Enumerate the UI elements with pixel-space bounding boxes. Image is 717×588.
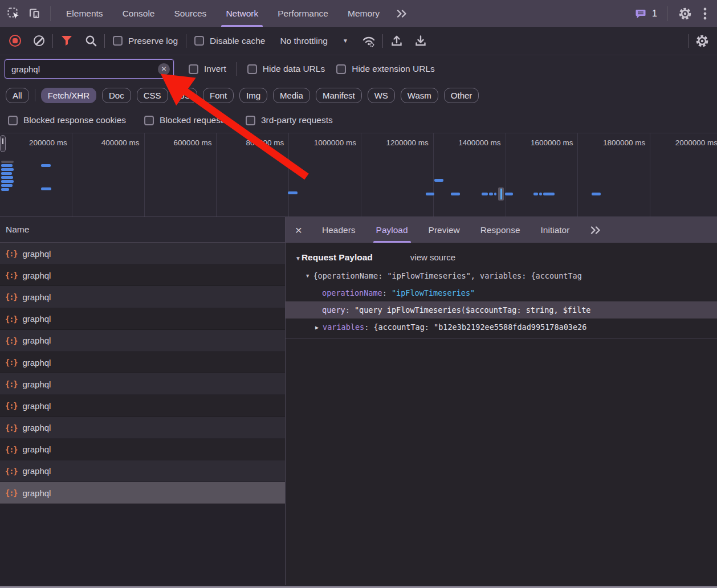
toolbar-divider [186, 34, 186, 48]
request-row[interactable]: {:}graphql [0, 439, 285, 460]
type-chip-fetch-xhr[interactable]: Fetch/XHR [41, 88, 96, 103]
detail-tab-initiator[interactable]: Initiator [531, 217, 580, 243]
tabbar-right-divider [667, 6, 668, 21]
type-chip-font[interactable]: Font [203, 88, 234, 103]
network-conditions-button[interactable] [358, 31, 379, 51]
disable-cache-label: Disable cache [210, 36, 265, 46]
payload-entry-operationName[interactable]: operationName: "ipFlowTimeseries" [286, 284, 717, 301]
download-icon [415, 35, 426, 47]
request-row[interactable]: {:}graphql [0, 264, 285, 286]
request-row[interactable]: {:}graphql [0, 417, 285, 439]
export-har-button[interactable] [410, 31, 431, 51]
tab-elements[interactable]: Elements [56, 0, 113, 27]
request-payload-section[interactable]: ▼ Request Payload view source [286, 243, 717, 267]
blocked-response-cookies-checkbox[interactable] [8, 116, 18, 125]
network-settings-button[interactable] [692, 31, 712, 51]
menu-button[interactable] [698, 3, 712, 24]
filter-input[interactable]: graphql ✕ [5, 59, 174, 79]
name-column-header[interactable]: Name [0, 217, 285, 243]
blocked-requests-label: Blocked requests [160, 115, 227, 125]
more-tabs-button[interactable] [389, 0, 414, 27]
timeline-request-bar [592, 193, 601, 195]
payload-root-line[interactable]: ▼{operationName: "ipFlowTimeseries", var… [286, 267, 717, 284]
issues-button[interactable] [633, 3, 649, 24]
third-party-requests-checkbox[interactable] [246, 116, 255, 125]
timeline-resize-handle[interactable] [0, 135, 6, 152]
request-name: graphql [22, 379, 51, 389]
record-network-log-button[interactable] [5, 31, 25, 51]
collapse-triangle-icon[interactable]: ▼ [306, 273, 309, 279]
request-name: graphql [22, 401, 51, 411]
type-chip-img[interactable]: Img [239, 88, 267, 103]
tab-memory[interactable]: Memory [338, 0, 389, 27]
detail-tab-preview[interactable]: Preview [418, 217, 470, 243]
close-detail-button[interactable]: × [286, 217, 312, 243]
tab-sources[interactable]: Sources [165, 0, 217, 27]
json-braces-icon: {:} [5, 423, 17, 432]
request-row[interactable]: {:}graphql [0, 243, 285, 264]
throttling-select[interactable]: No throttling ▼ [273, 36, 355, 46]
payload-entry-query[interactable]: query: "query ipFlowTimeseries($accountT… [286, 301, 717, 318]
type-chip-ws[interactable]: WS [368, 88, 395, 103]
toolbar-divider [52, 34, 53, 48]
requests-panel: Name {:}graphql{:}graphql{:}graphql{:}gr… [0, 217, 285, 585]
json-braces-icon: {:} [5, 271, 17, 280]
json-key: operationName [322, 288, 382, 297]
request-row[interactable]: {:}graphql [0, 460, 285, 482]
network-overview-timeline[interactable]: 200000 ms400000 ms600000 ms800000 ms1000… [0, 133, 717, 217]
type-chip-other[interactable]: Other [444, 88, 479, 103]
detail-tab-response[interactable]: Response [470, 217, 531, 243]
timeline-column: 800000 ms [217, 133, 289, 217]
settings-button[interactable] [675, 3, 695, 24]
json-braces-icon: {:} [5, 336, 17, 345]
filter-row: graphql ✕ Invert Hide data URLs Hide ext… [0, 55, 717, 83]
payload-pane: ▼ Request Payload view source ▼{operatio… [286, 243, 717, 585]
inspect-element-button[interactable] [3, 3, 24, 24]
type-chip-js[interactable]: JS [174, 88, 198, 103]
request-row[interactable]: {:}graphql [0, 308, 285, 330]
device-toolbar-button[interactable] [24, 3, 44, 24]
request-row[interactable]: {:}graphql [0, 352, 285, 373]
type-chip-all[interactable]: All [6, 88, 29, 103]
request-row[interactable]: {:}graphql [0, 395, 285, 416]
invert-group: Invert [183, 64, 232, 74]
request-row[interactable]: {:}graphql [0, 482, 285, 504]
type-chip-doc[interactable]: Doc [102, 88, 131, 103]
disable-cache-checkbox[interactable] [194, 36, 204, 46]
type-chip-css[interactable]: CSS [137, 88, 168, 103]
request-row[interactable]: {:}graphql [0, 373, 285, 395]
close-icon: × [295, 223, 302, 237]
request-row[interactable]: {:}graphql [0, 286, 285, 308]
type-chip-media[interactable]: Media [273, 88, 310, 103]
detail-tab-payload[interactable]: Payload [366, 217, 418, 243]
preserve-log-checkbox[interactable] [113, 36, 123, 46]
json-braces-icon: {:} [5, 358, 17, 367]
view-source-link[interactable]: view source [410, 252, 455, 262]
clear-filter-button[interactable]: ✕ [158, 63, 170, 75]
search-button[interactable] [80, 31, 101, 51]
payload-entry-variables[interactable]: ▶variables: {accountTag: "b12e3b2192ee55… [286, 318, 717, 336]
request-row[interactable]: {:}graphql [0, 330, 285, 352]
detail-tab-headers[interactable]: Headers [312, 217, 366, 243]
import-har-button[interactable] [386, 31, 407, 51]
tabbar-divider [50, 6, 51, 21]
clear-network-log-button[interactable] [28, 31, 49, 51]
expand-triangle-icon[interactable]: ▶ [315, 324, 319, 330]
type-chip-wasm[interactable]: Wasm [401, 88, 438, 103]
issues-count: 1 [652, 9, 657, 19]
blocked-requests-checkbox[interactable] [144, 116, 154, 125]
throttling-value: No throttling [280, 36, 328, 46]
hide-data-urls-checkbox[interactable] [247, 64, 257, 74]
more-detail-tabs-button[interactable] [584, 217, 607, 243]
tab-performance[interactable]: Performance [268, 0, 338, 27]
invert-checkbox[interactable] [189, 64, 198, 74]
type-chip-manifest[interactable]: Manifest [316, 88, 362, 103]
timeline-request-bar [543, 193, 555, 195]
hide-extension-urls-checkbox[interactable] [336, 64, 346, 74]
panel-tabs: ElementsConsoleSourcesNetworkPerformance… [56, 0, 389, 27]
chevron-down-icon: ▼ [343, 38, 348, 44]
tab-network[interactable]: Network [216, 0, 268, 27]
hide-extension-urls-label: Hide extension URLs [352, 64, 435, 74]
filter-button[interactable] [56, 31, 77, 51]
tab-console[interactable]: Console [113, 0, 165, 27]
